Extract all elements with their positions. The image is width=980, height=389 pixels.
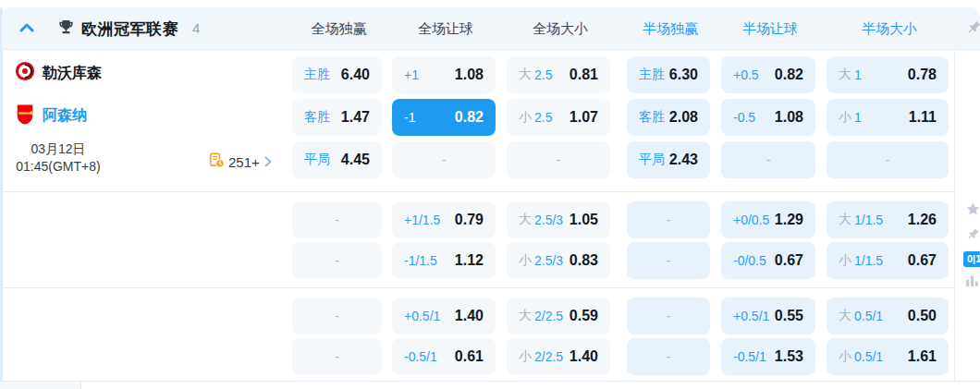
ht-1x2-cell[interactable]: 平局2.43 [627,141,710,178]
ht-1x2-cell-empty: - [627,201,710,238]
ft-1x2-cell-empty: - [292,201,382,238]
ft-handicap-cell[interactable]: +0.5/11.40 [392,298,496,334]
ft-ou-cell[interactable]: 小2/2.51.40 [507,338,610,375]
ht-handicap-cell[interactable]: +0.50.82 [721,56,815,93]
ht-handicap-cell[interactable]: +0/0.51.29 [721,201,815,238]
league-title[interactable]: 欧洲冠军联赛 [81,18,178,40]
trophy-icon [57,18,75,37]
column-header-ft-overunder: 全场大小 [508,20,612,38]
next-section-peek [0,382,81,389]
ht-handicap-cell[interactable]: -0.51.08 [721,99,815,136]
odds-value: 1.53 [775,348,803,365]
ou-direction-label: 小 [519,109,532,126]
odds-value: 2.43 [669,152,698,168]
odds-value: 0.83 [570,252,598,269]
ht-handicap-cell[interactable]: +0.5/10.55 [721,298,815,334]
gutter-divider [954,49,955,381]
empty-dash: - [335,253,339,268]
odds-label: -0.5 [733,110,755,125]
ft-1x2-cell-empty: - [292,338,382,375]
ht-ou-cell[interactable]: 大1/1.51.26 [827,201,949,238]
ht-handicap-cell[interactable]: -0.5/11.53 [721,338,815,375]
ft-handicap-cell[interactable]: +11.08 [392,56,496,93]
column-header-ht-handicap: 半场让球 [723,20,817,38]
match-date: 03月12日 [2,140,115,158]
odds-value: 1.07 [570,109,598,126]
ou-direction-label: 小 [519,252,532,269]
ou-direction-label: 小 [519,348,532,365]
ft-handicap-cell[interactable]: +1/1.50.79 [392,201,496,238]
odds-value: 0.79 [455,212,484,228]
match-time: 01:45(GMT+8) [2,158,115,176]
ou-line-label: 0.5/1 [854,309,883,323]
odds-label: +0/0.5 [733,213,769,227]
ou-line-label: 2.5/3 [534,213,563,227]
odds-value: 0.82 [455,109,484,126]
odds-label: 平局 [639,152,665,168]
odds-value: 1.08 [455,67,484,83]
odds-value: 1.11 [909,109,937,126]
left-accent-strip [0,7,3,389]
section-divider [0,287,954,288]
ft-ou-cell[interactable]: 小2.51.07 [507,99,610,136]
ou-line-label: 2.5 [534,67,552,82]
odds-value: 1.40 [455,308,484,324]
odds-value: 0.55 [775,308,803,324]
pin-icon[interactable] [966,19,980,39]
ht-handicap-cell[interactable]: -0/0.50.67 [721,242,815,279]
empty-dash: - [442,152,447,167]
ft-handicap-cell[interactable]: -1/1.51.12 [392,242,496,279]
ou-line-label: 2.5 [534,110,552,125]
odds-value: 0.61 [455,348,484,365]
ht-ou-cell[interactable]: 小0.5/11.61 [827,338,949,375]
ht-1x2-cell[interactable]: 客胜2.08 [627,99,710,136]
ou-direction-label: 大 [839,308,851,324]
ht-1x2-cell-empty: - [627,338,710,375]
pin-icon[interactable] [966,227,980,245]
ft-1x2-cell-empty: - [292,298,382,334]
odds-label: +1 [404,67,419,82]
ft-handicap-cell-selected[interactable]: -10.82 [392,99,496,136]
odds-value: 0.81 [570,67,598,83]
odds-value: 1.40 [570,348,598,365]
home-team-name[interactable]: 勒沃库森 [43,64,102,83]
away-team-logo [15,103,35,124]
more-odds-link[interactable]: 251+ [209,152,273,172]
ft-ou-cell[interactable]: 大2/2.50.59 [507,298,610,334]
away-team-name[interactable]: 阿森纳 [43,106,87,126]
section-divider [0,191,954,192]
ft-ou-cell[interactable]: 大2.5/31.05 [507,201,610,238]
ft-1x2-cell[interactable]: 主胜6.40 [292,56,382,93]
ht-ou-cell[interactable]: 大0.5/10.50 [827,298,949,334]
ou-direction-label: 小 [839,252,851,269]
column-header-ft-1x2: 全场独赢 [294,20,384,38]
ft-1x2-cell[interactable]: 客胜1.47 [292,99,382,136]
star-icon[interactable] [965,201,980,221]
odds-label: 主胜 [639,67,665,83]
bar-chart-icon[interactable] [965,274,979,291]
ou-line-label: 1 [854,67,862,82]
ht-handicap-cell-empty: - [721,141,815,178]
ft-ou-cell[interactable]: 大2.50.81 [507,56,610,93]
ft-handicap-cell[interactable]: -0.5/10.61 [392,338,496,375]
odds-value: 0.67 [908,252,937,269]
ft-ou-cell[interactable]: 小2.5/30.83 [507,242,610,279]
corner-score-badge[interactable]: 0|1 [963,251,980,267]
ft-1x2-cell[interactable]: 平局4.45 [292,141,382,178]
ht-ou-cell[interactable]: 小1/1.50.67 [827,242,949,279]
odds-value: 6.30 [669,67,698,83]
odds-value: 0.50 [908,308,937,324]
collapse-chevron-up-icon[interactable] [18,21,35,34]
ht-ou-cell[interactable]: 小11.11 [827,99,949,136]
ht-1x2-cell[interactable]: 主胜6.30 [627,56,710,93]
ou-direction-label: 大 [519,308,532,324]
empty-dash: - [557,152,561,167]
odds-value: 0.59 [570,308,598,324]
odds-label: +1/1.5 [404,213,440,227]
ft-handicap-cell-empty: - [392,141,496,178]
odds-label: 客胜 [304,109,330,126]
empty-dash: - [667,349,671,364]
odds-value: 1.26 [908,212,937,228]
ht-ou-cell[interactable]: 大10.78 [827,56,949,93]
odds-value: 4.45 [341,152,370,168]
